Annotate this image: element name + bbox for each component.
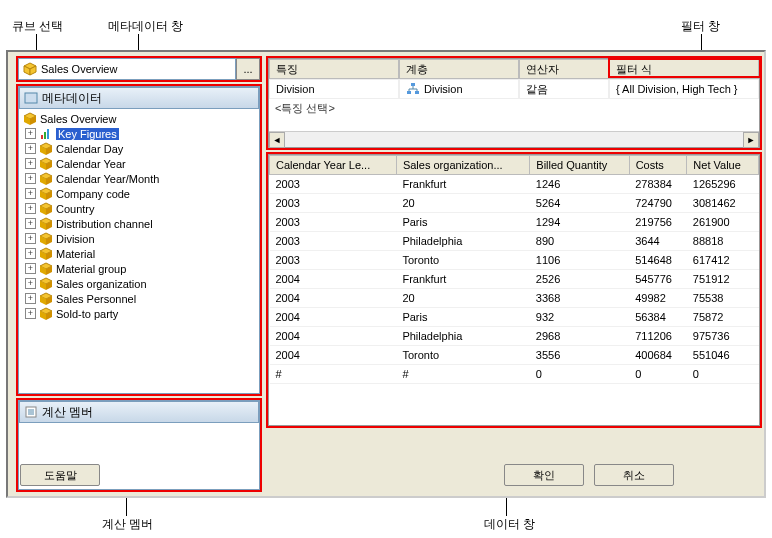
data-table[interactable]: Calendar Year Le...Sales organization...… xyxy=(269,155,759,384)
table-cell: 219756 xyxy=(629,213,687,232)
ok-button[interactable]: 확인 xyxy=(504,464,584,486)
expand-toggle[interactable]: + xyxy=(25,143,36,154)
expand-toggle[interactable]: + xyxy=(25,278,36,289)
scroll-right-icon[interactable]: ► xyxy=(743,132,759,148)
tree-node[interactable]: +Distribution channel xyxy=(21,216,257,231)
table-row[interactable]: 2003Toronto1106514648617412 xyxy=(270,251,759,270)
svg-rect-50 xyxy=(411,83,415,86)
cube-browse-button[interactable]: ... xyxy=(236,58,260,80)
filter-col-operator[interactable]: 연산자 xyxy=(519,59,609,79)
dimension-icon xyxy=(39,307,53,321)
expand-toggle[interactable]: + xyxy=(25,203,36,214)
expand-toggle[interactable]: + xyxy=(25,233,36,244)
filter-columns-header: 특징 계층 연산자 필터 식 xyxy=(269,59,759,79)
expand-toggle[interactable]: + xyxy=(25,128,36,139)
node-label: Sold-to party xyxy=(56,308,118,320)
table-row[interactable]: 2004Toronto3556400684551046 xyxy=(270,346,759,365)
filter-col-feature[interactable]: 특징 xyxy=(269,59,399,79)
tree-node[interactable]: +Material xyxy=(21,246,257,261)
table-cell: 88818 xyxy=(687,232,759,251)
help-button[interactable]: 도움말 xyxy=(20,464,100,486)
tree-node[interactable]: +Division xyxy=(21,231,257,246)
table-cell: 2003 xyxy=(270,175,397,194)
node-label: Division xyxy=(56,233,95,245)
table-cell: 75872 xyxy=(687,308,759,327)
tree-node[interactable]: +Company code xyxy=(21,186,257,201)
filter-hierarchy-cell[interactable]: Division xyxy=(399,79,519,99)
metadata-header: 메타데이터 xyxy=(19,87,259,109)
metadata-panel: 메타데이터 Sales Overview+Key Figures+Calenda… xyxy=(18,86,260,394)
filter-col-hierarchy[interactable]: 계층 xyxy=(399,59,519,79)
tree-node[interactable]: +Country xyxy=(21,201,257,216)
table-row[interactable]: 2003Frankfurt12462783841265296 xyxy=(270,175,759,194)
tree-node[interactable]: +Sales organization xyxy=(21,276,257,291)
tree-node[interactable]: +Calendar Day xyxy=(21,141,257,156)
table-cell: 932 xyxy=(530,308,629,327)
filter-pane: 특징 계층 연산자 필터 식 Division Division 같음 { Al… xyxy=(268,58,760,148)
cancel-button[interactable]: 취소 xyxy=(594,464,674,486)
table-cell: 3081462 xyxy=(687,194,759,213)
expand-toggle[interactable]: + xyxy=(25,308,36,319)
scroll-left-icon[interactable]: ◄ xyxy=(269,132,285,148)
expand-toggle[interactable]: + xyxy=(25,173,36,184)
tree-root[interactable]: Sales Overview xyxy=(21,111,257,126)
dimension-icon xyxy=(39,277,53,291)
svg-rect-51 xyxy=(407,91,411,94)
table-cell: Philadelphia xyxy=(396,232,529,251)
scroll-track[interactable] xyxy=(285,132,743,147)
dimension-icon xyxy=(39,142,53,156)
table-cell: 3644 xyxy=(629,232,687,251)
filter-operator-cell[interactable]: 같음 xyxy=(519,79,609,99)
column-header[interactable]: Costs xyxy=(629,156,687,175)
table-cell: Frankfurt xyxy=(396,175,529,194)
table-row[interactable]: ##000 xyxy=(270,365,759,384)
tree-node[interactable]: +Sales Personnel xyxy=(21,291,257,306)
table-cell: 2968 xyxy=(530,327,629,346)
table-cell: 890 xyxy=(530,232,629,251)
column-header[interactable]: Net Value xyxy=(687,156,759,175)
node-label: Sales Personnel xyxy=(56,293,136,305)
table-cell: 0 xyxy=(629,365,687,384)
expand-toggle[interactable]: + xyxy=(25,188,36,199)
table-row[interactable]: 2004Philadelphia2968711206975736 xyxy=(270,327,759,346)
dimension-icon xyxy=(39,247,53,261)
column-header[interactable]: Billed Quantity xyxy=(530,156,629,175)
tree-node[interactable]: +Calendar Year xyxy=(21,156,257,171)
expand-toggle[interactable]: + xyxy=(25,218,36,229)
filter-placeholder-row[interactable]: <특징 선택> xyxy=(269,99,759,118)
table-cell: 724790 xyxy=(629,194,687,213)
tree-node[interactable]: +Key Figures xyxy=(21,126,257,141)
filter-hscroll[interactable]: ◄ ► xyxy=(269,131,759,147)
table-row[interactable]: 20032052647247903081462 xyxy=(270,194,759,213)
filter-row[interactable]: Division Division 같음 { All Division, Hig… xyxy=(269,79,759,99)
table-cell: 2004 xyxy=(270,308,397,327)
tree-node[interactable]: +Sold-to party xyxy=(21,306,257,321)
expand-toggle[interactable]: + xyxy=(25,293,36,304)
cube-name-text: Sales Overview xyxy=(41,63,117,75)
table-row[interactable]: 2004Frankfurt2526545776751912 xyxy=(270,270,759,289)
filter-expr-cell[interactable]: { All Division, High Tech } xyxy=(609,79,759,99)
dimension-icon xyxy=(39,127,53,141)
tree-node[interactable]: +Material group xyxy=(21,261,257,276)
metadata-tree[interactable]: Sales Overview+Key Figures+Calendar Day+… xyxy=(19,109,259,393)
tree-node[interactable]: +Calendar Year/Month xyxy=(21,171,257,186)
column-header[interactable]: Calendar Year Le... xyxy=(270,156,397,175)
table-row[interactable]: 2003Paris1294219756261900 xyxy=(270,213,759,232)
table-cell: 2003 xyxy=(270,251,397,270)
expand-toggle[interactable]: + xyxy=(25,263,36,274)
expand-toggle[interactable]: + xyxy=(25,248,36,259)
svg-rect-8 xyxy=(44,132,46,139)
callout-line xyxy=(506,496,507,516)
table-row[interactable]: 2004Paris9325638475872 xyxy=(270,308,759,327)
filter-feature-cell[interactable]: Division xyxy=(269,79,399,99)
cube-selector: Sales Overview ... xyxy=(18,58,260,80)
table-row[interactable]: 2003Philadelphia890364488818 xyxy=(270,232,759,251)
table-row[interactable]: 20042033684998275538 xyxy=(270,289,759,308)
table-cell: 2004 xyxy=(270,346,397,365)
expand-toggle[interactable]: + xyxy=(25,158,36,169)
svg-rect-9 xyxy=(47,129,49,139)
filter-col-expr[interactable]: 필터 식 xyxy=(609,59,759,79)
cube-name-field[interactable]: Sales Overview xyxy=(18,58,236,80)
node-label: Calendar Year/Month xyxy=(56,173,159,185)
column-header[interactable]: Sales organization... xyxy=(396,156,529,175)
